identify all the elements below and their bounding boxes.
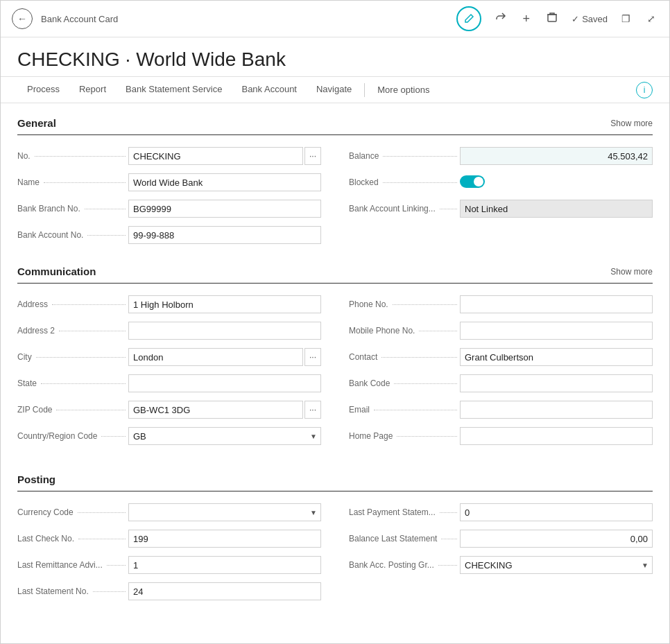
email-field bbox=[460, 401, 653, 419]
delete-button[interactable] bbox=[544, 9, 560, 28]
bank-linking-input bbox=[460, 200, 653, 218]
last-check-input[interactable] bbox=[128, 530, 321, 548]
posting-left-col: Currency Code ▼ bbox=[17, 503, 321, 608]
svg-rect-0 bbox=[548, 15, 556, 21]
popout-button[interactable]: ❐ bbox=[619, 10, 633, 27]
share-button[interactable] bbox=[492, 9, 509, 28]
zip-ellipsis-button[interactable]: ··· bbox=[304, 401, 321, 419]
balance-input[interactable] bbox=[460, 147, 653, 165]
balance-row: Balance bbox=[349, 146, 653, 166]
communication-section-header: Communication Show more bbox=[17, 266, 653, 284]
address2-row: Address 2 bbox=[17, 321, 321, 340]
zip-input[interactable] bbox=[128, 401, 303, 419]
zip-field: ··· bbox=[128, 401, 321, 419]
add-button[interactable]: + bbox=[520, 9, 533, 29]
posting-title: Posting bbox=[17, 473, 55, 485]
country-field: GB ▼ bbox=[128, 427, 321, 445]
last-check-row: Last Check No. bbox=[17, 529, 321, 548]
content-area: General Show more No. bbox=[1, 103, 669, 643]
bank-code-input[interactable] bbox=[460, 374, 653, 392]
saved-indicator: ✓ Saved bbox=[572, 14, 608, 24]
state-input[interactable] bbox=[128, 374, 321, 392]
communication-form: Address Address 2 bbox=[17, 295, 653, 453]
last-payment-field bbox=[460, 503, 653, 521]
phone-input[interactable] bbox=[460, 295, 653, 313]
bank-posting-label: Bank Acc. Posting Gr... bbox=[349, 560, 460, 570]
city-input[interactable] bbox=[128, 348, 303, 366]
no-input[interactable] bbox=[128, 147, 303, 165]
homepage-row: Home Page bbox=[349, 426, 653, 446]
posting-right-col: Last Payment Statem... Balance Last Stat… bbox=[349, 503, 653, 608]
address2-input[interactable] bbox=[128, 322, 321, 340]
address-field bbox=[128, 295, 321, 313]
last-remittance-row: Last Remittance Advi... bbox=[17, 555, 321, 575]
comm-right-col: Phone No. Mobile Phone No. bbox=[349, 295, 653, 453]
no-ellipsis-button[interactable]: ··· bbox=[304, 147, 321, 165]
bank-account-no-input[interactable] bbox=[128, 226, 321, 244]
last-remittance-input[interactable] bbox=[128, 556, 321, 574]
general-right-col: Balance Blocked bbox=[349, 146, 653, 252]
mobile-row: Mobile Phone No. bbox=[349, 321, 653, 340]
last-check-label: Last Check No. bbox=[17, 534, 128, 543]
communication-section: Communication Show more Address bbox=[17, 266, 653, 453]
back-button[interactable]: ← bbox=[12, 8, 33, 29]
city-label: City bbox=[17, 352, 128, 362]
phone-field bbox=[460, 295, 653, 313]
name-input[interactable] bbox=[128, 173, 321, 191]
info-button[interactable]: i bbox=[636, 82, 653, 98]
homepage-input[interactable] bbox=[460, 427, 653, 445]
last-payment-label: Last Payment Statem... bbox=[349, 507, 460, 517]
bank-code-label: Bank Code bbox=[349, 378, 460, 388]
bank-branch-input[interactable] bbox=[128, 200, 321, 218]
tab-bank-statement-service[interactable]: Bank Statement Service bbox=[116, 77, 232, 103]
balance-last-row: Balance Last Statement bbox=[349, 529, 653, 548]
general-show-more[interactable]: Show more bbox=[610, 119, 653, 128]
general-title: General bbox=[17, 117, 56, 129]
bank-code-row: Bank Code bbox=[349, 374, 653, 393]
address2-label: Address 2 bbox=[17, 326, 128, 336]
country-select[interactable]: GB bbox=[128, 427, 321, 445]
bank-code-field bbox=[460, 374, 653, 392]
last-remittance-field bbox=[128, 556, 321, 574]
general-section: General Show more No. bbox=[17, 117, 653, 252]
last-remittance-label: Last Remittance Advi... bbox=[17, 560, 128, 570]
mobile-label: Mobile Phone No. bbox=[349, 326, 460, 336]
comm-left-col: Address Address 2 bbox=[17, 295, 321, 453]
currency-label: Currency Code bbox=[17, 507, 128, 517]
bank-posting-select[interactable]: CHECKING bbox=[460, 556, 653, 574]
expand-button[interactable]: ⤢ bbox=[644, 10, 658, 27]
toolbar-actions: + ✓ Saved ❐ ⤢ bbox=[456, 6, 658, 31]
tab-navigate[interactable]: Navigate bbox=[307, 77, 361, 103]
balance-field bbox=[460, 147, 653, 165]
bank-account-no-field bbox=[128, 226, 321, 244]
no-row: No. ··· bbox=[17, 146, 321, 166]
tab-bank-account[interactable]: Bank Account bbox=[232, 77, 307, 103]
email-input[interactable] bbox=[460, 401, 653, 419]
address-label: Address bbox=[17, 299, 128, 309]
contact-input[interactable] bbox=[460, 348, 653, 366]
more-options-tab[interactable]: More options bbox=[368, 78, 439, 102]
toggle-thumb bbox=[474, 177, 483, 186]
zip-row: ZIP Code ··· bbox=[17, 400, 321, 419]
balance-last-input[interactable] bbox=[460, 530, 653, 548]
edit-button[interactable] bbox=[456, 6, 481, 31]
mobile-input[interactable] bbox=[460, 322, 653, 340]
last-statement-input[interactable] bbox=[128, 582, 321, 600]
communication-show-more[interactable]: Show more bbox=[610, 267, 653, 277]
tab-report[interactable]: Report bbox=[69, 77, 116, 103]
zip-label: ZIP Code bbox=[17, 405, 128, 415]
address-input[interactable] bbox=[128, 295, 321, 313]
city-ellipsis-button[interactable]: ··· bbox=[304, 348, 321, 366]
phone-label: Phone No. bbox=[349, 299, 460, 309]
page-title-area: CHECKING · World Wide Bank bbox=[1, 37, 669, 77]
tab-process[interactable]: Process bbox=[17, 77, 69, 103]
general-section-header: General Show more bbox=[17, 117, 653, 135]
last-payment-input[interactable] bbox=[460, 503, 653, 521]
bank-branch-row: Bank Branch No. bbox=[17, 199, 321, 218]
currency-select[interactable] bbox=[128, 503, 321, 521]
homepage-label: Home Page bbox=[349, 431, 460, 441]
page-title: CHECKING · World Wide Bank bbox=[17, 49, 653, 71]
general-left-col: No. ··· Name bbox=[17, 146, 321, 252]
blocked-toggle[interactable] bbox=[460, 175, 485, 188]
country-row: Country/Region Code GB ▼ bbox=[17, 426, 321, 446]
